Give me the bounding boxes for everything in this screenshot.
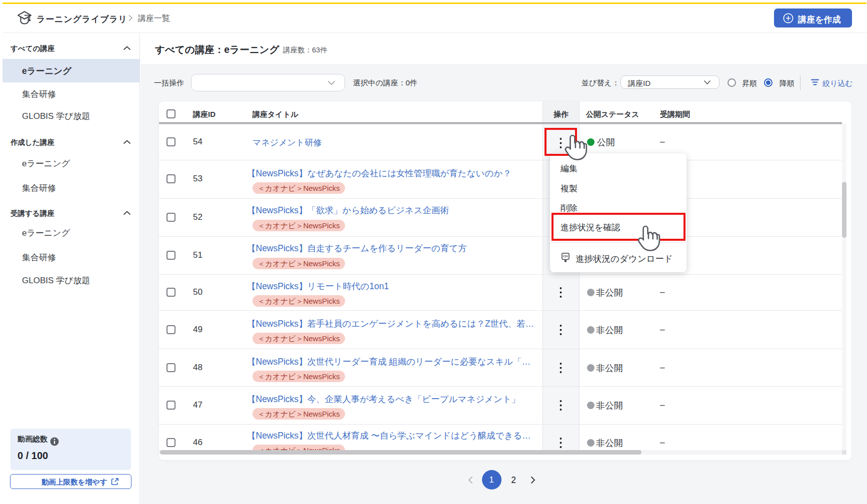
svg-text:CSV: CSV bbox=[563, 255, 568, 258]
